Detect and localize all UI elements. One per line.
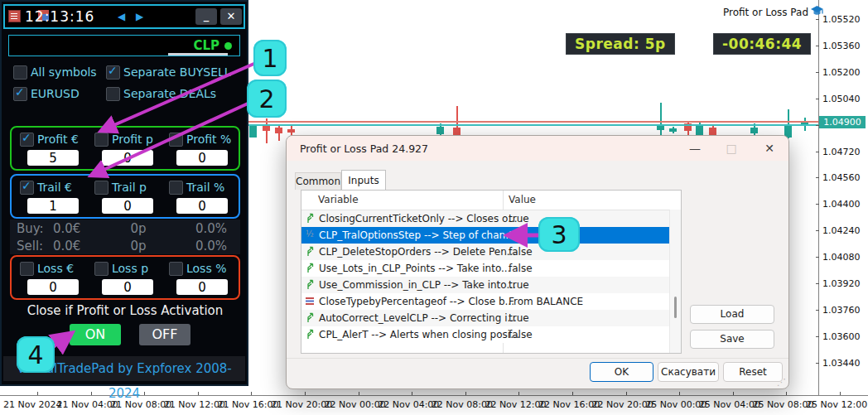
loss-value-input[interactable] (27, 279, 79, 295)
trail-group: Trail €Trail pTrail % (10, 174, 240, 219)
table-header: Variable Value (301, 191, 681, 210)
table-row[interactable]: AutoCorrect_LevelCLP --> Correcting i...… (301, 310, 671, 326)
price-tick (816, 363, 819, 364)
checkbox-trail-[interactable]: Trail € (20, 179, 89, 195)
dialog-close-button[interactable]: ✕ (757, 139, 782, 157)
dialog-minimize-button[interactable]: — (682, 139, 707, 157)
pnl-value: 0.0€ (53, 239, 104, 253)
row-value: false (509, 263, 533, 274)
checkbox-loss-[interactable]: Loss % (169, 260, 239, 277)
input-parameter-icon (306, 279, 316, 290)
trail-value-input[interactable] (176, 198, 228, 214)
panel-close-button[interactable]: ✕ (220, 8, 242, 25)
checkbox-icon[interactable] (106, 87, 120, 101)
checkbox-loss-p[interactable]: Loss p (94, 260, 164, 277)
table-row[interactable]: ½CLP_TralOptionsStep --> Step of chan...… (301, 227, 671, 244)
checkbox-eurusd[interactable]: EURUSD (13, 83, 106, 104)
checkbox-icon[interactable] (169, 181, 183, 195)
symbol-input[interactable]: CLP (8, 35, 240, 56)
activation-off-button[interactable]: OFF (139, 324, 190, 345)
tab-inputs[interactable]: Inputs (341, 170, 386, 190)
checkbox-icon[interactable] (169, 133, 183, 147)
callout-3: 3 (538, 217, 580, 252)
activation-on-button[interactable]: ON (70, 324, 121, 345)
price-label: 1.05040 (822, 93, 861, 104)
loss-value-input[interactable] (102, 279, 153, 295)
next-tab-arrow-icon[interactable]: ▶ (136, 11, 143, 22)
dialog-titlebar[interactable]: Profit or Loss Pad 24.927 — □ ✕ (287, 136, 788, 161)
table-row[interactable]: ClosingCurrentTicketOnly --> Closes o...… (301, 210, 671, 227)
checkbox-separate-deals[interactable]: Separate DEALs (106, 83, 242, 104)
price-label: 1.03440 (822, 357, 861, 368)
row-variable: Use_Lots_in_CLP_Points --> Take into... (319, 263, 510, 274)
price-label: 1.03920 (822, 278, 861, 289)
loss-value-input[interactable] (176, 279, 228, 295)
reset-button[interactable]: Reset (723, 362, 783, 382)
time-label: 22 Nov 20:00 (592, 399, 653, 410)
checkbox-icon[interactable] (94, 181, 108, 195)
row-value: false (509, 329, 533, 340)
callout-1: 1 (253, 40, 287, 76)
checkbox-trail-[interactable]: Trail % (169, 179, 239, 195)
checkbox-icon[interactable] (169, 262, 183, 276)
profit-value-input[interactable] (27, 150, 79, 166)
profit-column: Profit p (91, 131, 164, 166)
scrollbar-thumb[interactable] (674, 297, 677, 318)
panel-header[interactable]: 12:13:16 ◀ ▶ _ ✕ (3, 4, 245, 29)
price-tick (816, 19, 819, 20)
table-row[interactable]: CLP_DeleteStopOrders --> Delete Pen...fa… (301, 244, 671, 260)
checkbox-loss-[interactable]: Loss € (20, 260, 89, 277)
checkbox-icon[interactable] (94, 262, 108, 276)
checkbox-profit-[interactable]: Profit € (20, 131, 89, 147)
trail-column: Trail € (17, 179, 89, 214)
price-tick (816, 230, 819, 231)
save-button[interactable]: Save (690, 330, 774, 349)
pnl-row-sell: Sell:0.0€0p0.0% (10, 237, 240, 254)
checkbox-separate-buysell[interactable]: Separate BUYSELL (106, 61, 242, 83)
checkbox-label: Trail € (37, 181, 72, 194)
checkbox-trail-p[interactable]: Trail p (94, 179, 164, 195)
row-value: true (509, 312, 529, 324)
price-tick (816, 257, 819, 258)
checkbox-icon[interactable] (13, 65, 27, 80)
loss-column: Loss p (91, 260, 164, 295)
price-tick (816, 152, 819, 152)
resize-grip[interactable]: ⋰ (777, 377, 786, 388)
trail-value-input[interactable] (27, 198, 79, 214)
checkbox-icon[interactable] (106, 65, 120, 80)
price-tick (816, 72, 819, 73)
checkbox-icon[interactable] (20, 262, 34, 276)
checkbox-icon[interactable] (20, 181, 34, 195)
pnl-value: 0p (104, 221, 172, 236)
checkbox-icon[interactable] (20, 133, 34, 147)
profit-value-input[interactable] (176, 150, 228, 166)
checkbox-profit-p[interactable]: Profit p (94, 131, 164, 147)
checkbox-icon[interactable] (13, 87, 27, 101)
checkbox-icon[interactable] (94, 133, 108, 147)
trail-value-input[interactable] (102, 198, 153, 214)
checkbox-label: Profit p (112, 133, 153, 146)
row-variable: CPL_AlerT --> Alerts when closing posi..… (319, 329, 520, 340)
time-tick (465, 392, 466, 395)
time-label: 21 Nov 20:00 (271, 399, 332, 410)
time-tick (359, 392, 359, 395)
cancel-button[interactable]: Скасувати (658, 362, 719, 382)
table-row[interactable]: CloseTypebyPercentageof --> Close b...Fr… (301, 293, 671, 310)
table-scrollbar[interactable] (669, 210, 681, 354)
prev-tab-arrow-icon[interactable]: ◀ (118, 11, 125, 22)
panel-minimize-button[interactable]: _ (195, 8, 217, 25)
time-label: 21 Nov 16:00 (217, 399, 278, 410)
load-button[interactable]: Load (690, 305, 774, 324)
time-tick (305, 392, 306, 395)
tab-common[interactable]: Common (295, 172, 341, 190)
table-row[interactable]: CPL_AlerT --> Alerts when closing posi..… (301, 326, 671, 343)
checkbox-profit-[interactable]: Profit % (169, 131, 239, 147)
ok-button[interactable]: OK (590, 362, 653, 382)
checkbox-all-symbols[interactable]: All symbols (13, 61, 106, 83)
table-row[interactable]: Use_Commission_in_CLP --> Take into...tr… (301, 277, 671, 293)
table-row[interactable]: Use_Lots_in_CLP_Points --> Take into...f… (301, 260, 671, 277)
row-variable: CLP_DeleteStopOrders --> Delete Pen... (319, 246, 516, 258)
price-label: 1.04080 (822, 252, 861, 263)
checkbox-label: Trail % (186, 181, 224, 194)
profit-value-input[interactable] (102, 150, 153, 166)
